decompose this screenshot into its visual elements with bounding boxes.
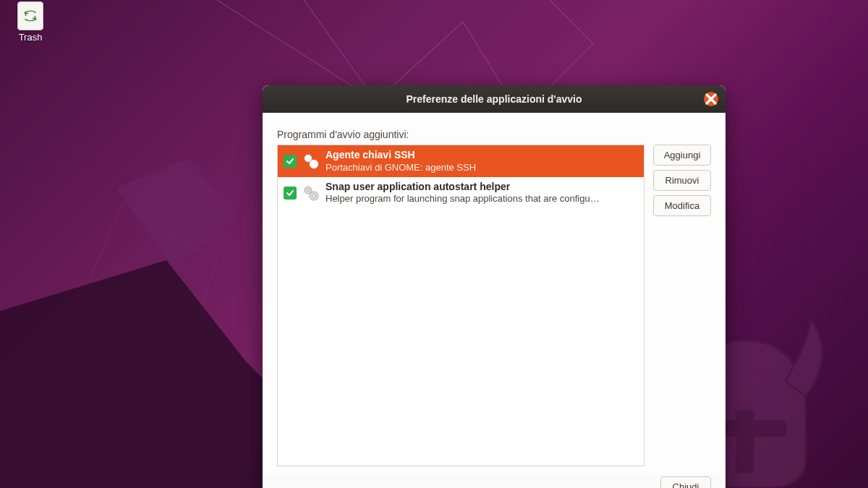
close-dialog-button[interactable]: Chiudi: [660, 476, 711, 488]
svg-marker-1: [116, 159, 239, 267]
list-item[interactable]: Snap user application autostart helper H…: [278, 177, 644, 209]
list-item-title: Agente chiavi SSH: [326, 149, 638, 162]
list-item-title: Snap user application autostart helper: [326, 181, 638, 194]
svg-rect-3: [737, 411, 753, 472]
svg-point-7: [312, 163, 315, 166]
desktop-trash-icon[interactable]: Trash: [9, 1, 52, 43]
startup-apps-dialog: Preferenze delle applicazioni d'avvio Pr…: [263, 85, 726, 488]
remove-button[interactable]: Rimuovi: [653, 170, 711, 191]
startup-programs-list[interactable]: Agente chiavi SSH Portachiavi di GNOME: …: [277, 145, 644, 466]
svg-point-5: [307, 157, 310, 160]
close-button[interactable]: [704, 92, 718, 106]
svg-marker-0: [0, 260, 304, 488]
dialog-titlebar[interactable]: Preferenze delle applicazioni d'avvio: [263, 85, 726, 113]
svg-point-11: [312, 194, 315, 197]
add-button[interactable]: Aggiungi: [653, 145, 711, 166]
desktop-trash-label: Trash: [19, 32, 43, 43]
list-item[interactable]: Agente chiavi SSH Portachiavi di GNOME: …: [278, 145, 644, 177]
side-button-column: Aggiungi Rimuovi Modifica: [653, 145, 711, 466]
dialog-title: Preferenze delle applicazioni d'avvio: [407, 93, 582, 105]
checkbox-icon[interactable]: [284, 155, 297, 168]
list-item-description: Helper program for launching snap applic…: [326, 193, 638, 205]
svg-point-9: [307, 189, 310, 192]
trash-icon: [17, 1, 43, 30]
section-label: Programmi d'avvio aggiuntivi:: [277, 129, 711, 140]
close-icon: [704, 92, 718, 106]
edit-button[interactable]: Modifica: [653, 195, 711, 216]
list-item-description: Portachiavi di GNOME: agente SSH: [326, 162, 638, 174]
gears-icon: [302, 184, 320, 202]
checkbox-icon[interactable]: [284, 187, 297, 200]
dialog-footer: Chiudi: [263, 474, 726, 488]
gears-icon: [302, 153, 320, 170]
